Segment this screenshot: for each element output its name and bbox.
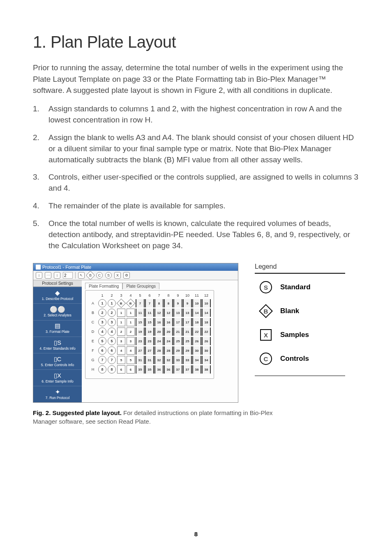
plate-well[interactable]: 37 (173, 365, 182, 374)
plate-well[interactable]: 2 (107, 308, 116, 317)
plate-well[interactable]: 37 (183, 365, 192, 374)
plate-well[interactable]: 3 (117, 337, 126, 346)
plate-well[interactable]: 9 (183, 299, 192, 308)
sidebar-step[interactable]: ▤3. Format Plate (33, 320, 82, 337)
plate-well[interactable]: 33 (183, 355, 192, 364)
plate-well[interactable]: 6 (107, 346, 116, 355)
plate-well[interactable]: 26 (192, 337, 201, 346)
plate-well[interactable]: 29 (183, 346, 192, 355)
plate-well[interactable]: 28 (154, 346, 164, 355)
plate-well[interactable]: 7 (107, 355, 116, 364)
control-tool-icon[interactable]: C (96, 272, 103, 279)
plate-well[interactable]: 36 (154, 365, 164, 374)
plate-well[interactable]: 7 (145, 299, 154, 308)
plate-well[interactable]: 29 (173, 346, 182, 355)
sidebar-step[interactable]: ▯S4. Enter Standards Info (33, 337, 82, 353)
plate-well[interactable]: 9 (173, 299, 182, 308)
plate-well[interactable]: 4 (126, 346, 135, 355)
plate-well[interactable]: 32 (154, 355, 164, 364)
plate-well[interactable]: 10 (192, 299, 201, 308)
plate-well[interactable]: 27 (145, 346, 154, 355)
plate-well[interactable]: 14 (202, 308, 211, 317)
plate-well[interactable]: 35 (136, 365, 145, 374)
plate-well[interactable]: 25 (173, 337, 182, 346)
plate-well[interactable]: 2 (117, 327, 126, 336)
plate-well[interactable]: 20 (164, 327, 173, 336)
plate-well[interactable]: 8 (98, 365, 107, 374)
plate-well[interactable]: 2 (126, 327, 135, 336)
plate-well[interactable]: 16 (164, 318, 173, 327)
plate-well[interactable]: 2 (98, 308, 107, 317)
plate-well[interactable]: 22 (192, 327, 201, 336)
plate-well[interactable]: 22 (202, 327, 211, 336)
plate-well[interactable]: 15 (145, 318, 154, 327)
sidebar-step[interactable]: ▯X6. Enter Sample Info (33, 369, 82, 386)
plate-well[interactable]: 12 (154, 308, 164, 317)
plate-well[interactable]: 18 (192, 318, 201, 327)
plate-well[interactable]: 3 (107, 318, 116, 327)
plate-well[interactable]: 15 (136, 318, 145, 327)
plate-well[interactable]: 11 (136, 308, 145, 317)
plate-well[interactable]: 34 (192, 355, 201, 364)
plate-well[interactable]: 3 (126, 337, 135, 346)
toolbar-icon[interactable]: ⋯ (45, 272, 51, 279)
plate-well[interactable]: 27 (136, 346, 145, 355)
plate-well[interactable]: 21 (183, 327, 192, 336)
plate-well[interactable]: 1 (126, 318, 135, 327)
plate-well[interactable]: 19 (145, 327, 154, 336)
plate-well[interactable]: 38 (192, 365, 201, 374)
plate-well[interactable]: 6 (98, 346, 107, 355)
plate-well[interactable]: 18 (202, 318, 211, 327)
plate-well[interactable]: 31 (145, 355, 154, 364)
plate-well[interactable]: 30 (202, 346, 211, 355)
plate-well[interactable]: 28 (164, 346, 173, 355)
plate-well[interactable]: 14 (192, 308, 201, 317)
plate-well[interactable]: 31 (136, 355, 145, 364)
plate-well[interactable]: 13 (173, 308, 182, 317)
plate-well[interactable]: 4 (117, 346, 126, 355)
sidebar-step[interactable]: ✦7. Run Protocol (33, 386, 82, 402)
plate-well[interactable]: 12 (164, 308, 173, 317)
tab-plate-formatting[interactable]: Plate Formatting (85, 283, 122, 289)
plate-well[interactable]: 4 (98, 327, 107, 336)
plate-well[interactable]: 4 (107, 327, 116, 336)
plate-well[interactable]: 8 (154, 299, 164, 308)
plate-well[interactable]: 11 (145, 308, 154, 317)
plate-well[interactable]: 8 (164, 299, 173, 308)
toolbar-icon[interactable]: ↕ (36, 272, 42, 279)
replicate-spinner[interactable] (63, 272, 73, 279)
sidebar-step[interactable]: ⚪⚪2. Select Analytes (33, 303, 82, 320)
plate-well[interactable]: 7 (136, 299, 145, 308)
plate-well[interactable]: 17 (183, 318, 192, 327)
plate-well[interactable]: 26 (202, 337, 211, 346)
plate-well[interactable]: 1 (117, 308, 126, 317)
plate-well[interactable]: 13 (183, 308, 192, 317)
plate-well[interactable]: 5 (126, 355, 135, 364)
plate-well[interactable]: 25 (183, 337, 192, 346)
plate-well[interactable]: 33 (173, 355, 182, 364)
plate-well[interactable]: 1 (107, 299, 116, 308)
pointer-icon[interactable]: ↖ (78, 272, 85, 279)
plate-well[interactable]: 17 (173, 318, 182, 327)
sidebar-header[interactable]: Protocol Settings (33, 280, 82, 287)
plate-well[interactable]: 34 (202, 355, 211, 364)
plate-well[interactable]: 6 (126, 365, 135, 374)
plate-well[interactable]: 30 (192, 346, 201, 355)
plate-well[interactable]: 5 (107, 337, 116, 346)
plate-well[interactable]: 24 (154, 337, 164, 346)
plate-well[interactable]: 6 (117, 365, 126, 374)
plate-well[interactable]: 23 (145, 337, 154, 346)
plate-well[interactable]: B (126, 299, 135, 308)
plate-well[interactable]: 35 (145, 365, 154, 374)
plate-well[interactable]: 24 (164, 337, 173, 346)
toolbar-icon[interactable]: ↕ (54, 272, 60, 279)
plate-well[interactable]: B (117, 299, 126, 308)
plate-well[interactable]: 19 (136, 327, 145, 336)
plate-well[interactable]: 21 (173, 327, 182, 336)
plate-well[interactable]: 8 (107, 365, 116, 374)
plate-well[interactable]: 36 (164, 365, 173, 374)
tab-plate-groupings[interactable]: Plate Groupings (122, 283, 159, 289)
standard-tool-icon[interactable]: S (105, 272, 112, 279)
clear-tool-icon[interactable]: ⚙ (123, 272, 130, 279)
plate-well[interactable]: 32 (164, 355, 173, 364)
